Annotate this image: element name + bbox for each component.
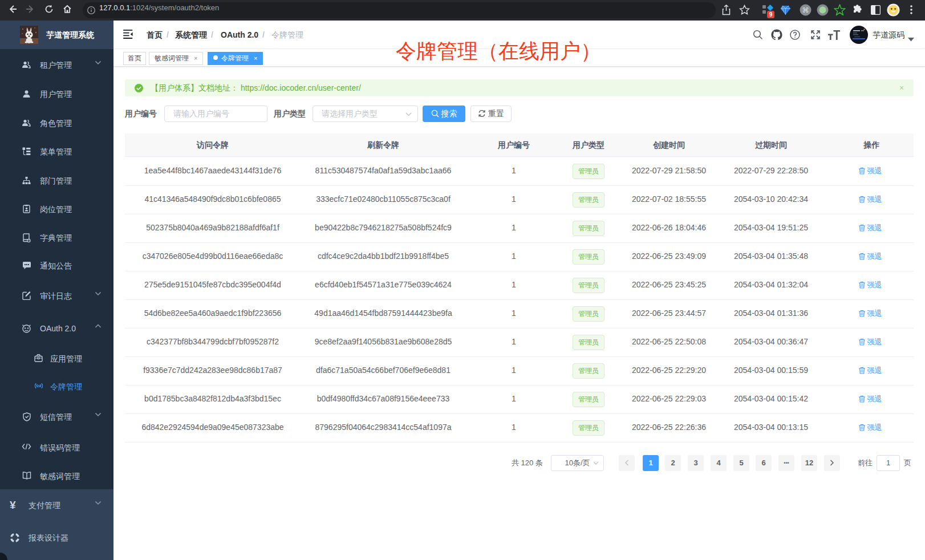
svg-text:9: 9 <box>769 11 773 18</box>
svg-text:⌘: ⌘ <box>802 6 809 14</box>
svg-text:a: a <box>38 383 40 388</box>
